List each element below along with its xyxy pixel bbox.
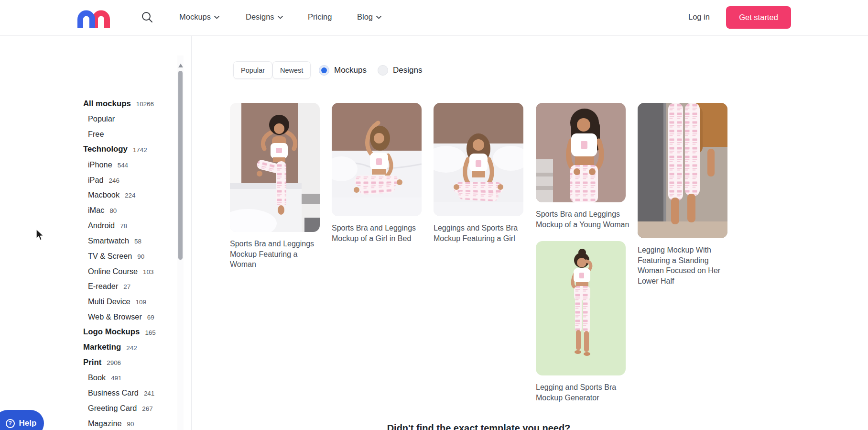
sidebar-item-popular[interactable]: Popular bbox=[0, 111, 178, 127]
sidebar-scrollbar-thumb[interactable] bbox=[178, 71, 183, 260]
mockup-card[interactable]: Sports Bra and Leggings Mockup of a Girl… bbox=[332, 103, 422, 243]
sidebar-item-multi-device[interactable]: Multi Device109 bbox=[0, 294, 178, 309]
chevron-down-icon bbox=[376, 16, 381, 19]
scroll-up-arrow-icon[interactable] bbox=[178, 64, 183, 67]
sidebar-item-macbook[interactable]: Macbook224 bbox=[0, 187, 178, 203]
question-mark-icon: ? bbox=[6, 419, 15, 428]
sidebar-item-ipad[interactable]: iPad246 bbox=[0, 172, 178, 187]
mockup-title[interactable]: Legging Mockup With Featuring a Standing… bbox=[638, 245, 733, 286]
mockup-thumbnail[interactable] bbox=[536, 241, 626, 375]
mockups-catalog-page: Mockups Designs Pricing Blog Log in Get … bbox=[0, 0, 868, 430]
sidebar-item-print[interactable]: Print2906 bbox=[0, 355, 178, 370]
mockup-title[interactable]: Legging and Sports Bra Mockup Generator bbox=[536, 382, 631, 403]
top-navbar: Mockups Designs Pricing Blog Log in Get … bbox=[0, 0, 868, 36]
nav-label: Pricing bbox=[308, 12, 332, 22]
help-button[interactable]: ? Help bbox=[0, 410, 44, 430]
nav-item-blog[interactable]: Blog bbox=[357, 12, 381, 22]
nav-item-pricing[interactable]: Pricing bbox=[308, 12, 332, 22]
login-link[interactable]: Log in bbox=[688, 12, 710, 22]
sidebar-item-free[interactable]: Free bbox=[0, 127, 178, 142]
mockup-card[interactable]: Sports Bra and Leggings Mockup Featuring… bbox=[230, 103, 320, 270]
sidebar-item-web-browser[interactable]: Web & Browser69 bbox=[0, 309, 178, 325]
chevron-down-icon bbox=[214, 16, 219, 19]
nav-item-mockups[interactable]: Mockups bbox=[179, 12, 219, 22]
mockup-thumbnail[interactable] bbox=[332, 103, 422, 216]
mockup-title[interactable]: Leggings and Sports Bra Mockup Featuring… bbox=[434, 223, 529, 243]
radio-selected-icon bbox=[319, 65, 329, 76]
not-found-prompt: Didn't find the exact template you need? bbox=[230, 423, 727, 430]
sidebar-item-technology[interactable]: Technology1742 bbox=[0, 142, 178, 157]
get-started-button[interactable]: Get started bbox=[726, 6, 791, 29]
sidebar-item-marketing[interactable]: Marketing242 bbox=[0, 340, 178, 355]
sort-popular-button[interactable]: Popular bbox=[233, 61, 272, 79]
nav-label: Blog bbox=[357, 12, 373, 22]
sidebar-item-all-mockups[interactable]: All mockups10266 bbox=[0, 96, 178, 111]
radio-designs[interactable]: Designs bbox=[378, 65, 422, 76]
mockup-thumbnail[interactable] bbox=[638, 103, 727, 238]
mockup-title[interactable]: Sports Bra and Leggings Mockup of a Girl… bbox=[332, 223, 427, 243]
mockup-title[interactable]: Sports Bra and Leggings Mockup of a Youn… bbox=[536, 209, 631, 230]
mockup-card[interactable]: Sports Bra and Leggings Mockup of a Youn… bbox=[536, 103, 626, 230]
mockup-thumbnail[interactable] bbox=[536, 103, 626, 202]
mockup-thumbnail[interactable] bbox=[434, 103, 523, 216]
nav-item-designs[interactable]: Designs bbox=[246, 12, 283, 22]
sidebar-item-online-course[interactable]: Online Course103 bbox=[0, 264, 178, 279]
search-icon[interactable] bbox=[140, 11, 154, 25]
mockup-thumbnail[interactable] bbox=[230, 103, 320, 232]
mockup-card[interactable]: Leggings and Sports Bra Mockup Featuring… bbox=[434, 103, 523, 243]
radio-unselected-icon bbox=[378, 65, 388, 76]
sidebar-item-e-reader[interactable]: E-reader27 bbox=[0, 279, 178, 294]
nav-label: Mockups bbox=[179, 12, 211, 22]
sidebar-divider bbox=[191, 36, 192, 430]
mockup-card[interactable]: Legging and Sports Bra Mockup Generator bbox=[536, 241, 626, 403]
nav-label: Designs bbox=[246, 12, 274, 22]
sidebar-item-tv-screen[interactable]: TV & Screen90 bbox=[0, 248, 178, 264]
sidebar-item-business-card[interactable]: Business Card241 bbox=[0, 386, 178, 401]
sidebar-item-smartwatch[interactable]: Smartwatch58 bbox=[0, 233, 178, 248]
sidebar-item-iphone[interactable]: iPhone544 bbox=[0, 157, 178, 172]
mockup-title[interactable]: Sports Bra and Leggings Mockup Featuring… bbox=[230, 239, 326, 270]
sidebar-item-book[interactable]: Book491 bbox=[0, 370, 178, 386]
sidebar-item-logo-mockups[interactable]: Logo Mockups165 bbox=[0, 324, 178, 340]
radio-mockups[interactable]: Mockups bbox=[319, 65, 367, 76]
mockup-card[interactable]: Legging Mockup With Featuring a Standing… bbox=[638, 103, 727, 286]
sort-newest-button[interactable]: Newest bbox=[272, 61, 311, 79]
category-list: All mockups10266 Popular Free Technology… bbox=[0, 96, 178, 430]
brand-logo-icon[interactable] bbox=[77, 9, 110, 28]
sidebar-item-imac[interactable]: iMac80 bbox=[0, 203, 178, 218]
category-sidebar: All mockups10266 Popular Free Technology… bbox=[0, 36, 191, 430]
chevron-down-icon bbox=[278, 16, 283, 19]
sidebar-item-android[interactable]: Android78 bbox=[0, 218, 178, 233]
